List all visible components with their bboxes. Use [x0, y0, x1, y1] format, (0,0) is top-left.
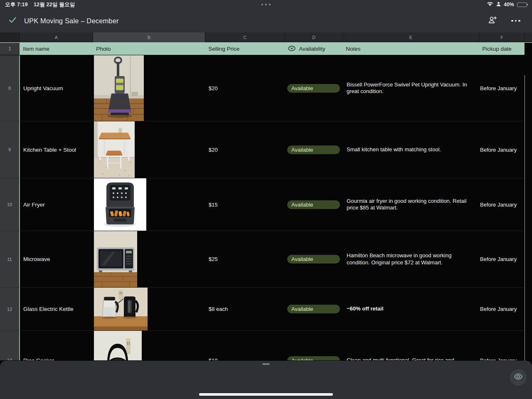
home-indicator[interactable] — [199, 393, 333, 396]
cell-price[interactable]: $20 — [205, 55, 285, 121]
multitask-dots-icon[interactable] — [261, 4, 271, 5]
table-row: 13 Rice Cooker $10 Available Clean and m… — [0, 331, 525, 360]
availability-chip[interactable]: Available — [287, 84, 340, 93]
kitchen-table-stool-photo[interactable] — [94, 121, 135, 178]
availability-chip[interactable]: Available — [287, 200, 340, 209]
header-cell-selling-price[interactable]: Selling Price — [205, 43, 285, 55]
upright-vacuum-image — [94, 55, 144, 121]
availability-chip[interactable]: Available — [287, 356, 340, 361]
rice-cooker-image — [94, 331, 142, 360]
kitchen-table-stool-image — [94, 121, 135, 178]
cell-notes[interactable]: Small kitchen table with matching stool. — [343, 121, 479, 178]
cell-price[interactable]: $25 — [205, 231, 285, 288]
column-header-e[interactable]: E — [343, 32, 479, 42]
row-number[interactable]: 12 — [0, 288, 20, 331]
spreadsheet-grid: A B C D E F 1 Item name Photo Selling Pr… — [0, 32, 532, 361]
row-number[interactable]: 10 — [0, 178, 20, 231]
cell-item-name[interactable]: Glass Electric Kettle — [20, 288, 93, 331]
cell-photo[interactable] — [93, 121, 205, 178]
cell-availability[interactable]: Available — [285, 231, 343, 288]
share-button[interactable] — [486, 15, 499, 27]
cell-pickup[interactable]: Before January — [479, 331, 525, 360]
sheet-right-gridline — [525, 75, 525, 393]
more-menu-icon — [511, 20, 520, 22]
more-menu-button[interactable] — [510, 15, 522, 27]
row-number[interactable]: 8 — [0, 55, 20, 121]
row-number[interactable]: 9 — [0, 121, 20, 178]
sheets-app-screen: 오후 7:19 12월 22일 월요일 40% UPK Moving Sale — [0, 0, 532, 399]
cell-price[interactable]: $10 — [205, 331, 285, 360]
wifi-icon — [487, 2, 493, 8]
cell-notes[interactable]: ~60% off retail — [343, 288, 479, 331]
cell-pickup[interactable]: Before January — [479, 231, 525, 288]
microwave-image — [94, 231, 137, 287]
glass-kettle-photo[interactable] — [94, 288, 148, 330]
availability-chip[interactable]: Available — [287, 255, 340, 264]
header-cell-notes[interactable]: Notes — [342, 43, 479, 55]
bottom-sheet — [0, 361, 532, 399]
cell-availability[interactable]: Available — [285, 288, 343, 331]
cell-price[interactable]: $15 — [205, 178, 285, 231]
cell-photo[interactable] — [93, 231, 205, 288]
table-row: 8 Upright Vacuum $20 Available Bissell P… — [0, 55, 525, 121]
row-number[interactable]: 13 — [0, 331, 20, 360]
row-number[interactable]: 1 — [0, 43, 20, 55]
cell-photo[interactable] — [93, 178, 205, 231]
battery-icon — [517, 2, 527, 7]
cell-notes[interactable]: Bissell PowerForce Swivel Pet Upright Va… — [343, 55, 479, 121]
cell-notes[interactable]: Gourmia air fryer in good working condit… — [343, 178, 479, 231]
cell-item-name[interactable]: Air Fryer — [20, 178, 93, 231]
personal-hotspot-icon — [496, 2, 501, 8]
cell-item-name[interactable]: Upright Vacuum — [20, 55, 93, 121]
upright-vacuum-photo[interactable] — [94, 55, 144, 121]
rice-cooker-photo[interactable] — [94, 331, 142, 360]
column-header-c[interactable]: C — [205, 32, 285, 42]
cell-photo[interactable] — [93, 55, 205, 121]
sheet-rows: 8 Upright Vacuum $20 Available Bissell P… — [0, 55, 532, 360]
document-title[interactable]: UPK Moving Sale – December — [24, 17, 119, 25]
table-row: 12 Glass Electric Kettle $8 each Availab… — [0, 288, 525, 331]
dropdown-chip-icon — [288, 46, 296, 52]
cell-price[interactable]: $20 — [205, 121, 285, 178]
header-cell-pickup-date[interactable]: Pickup date — [479, 43, 525, 55]
microwave-photo[interactable] — [94, 231, 137, 287]
view-only-button[interactable] — [510, 369, 527, 386]
cell-availability[interactable]: Available — [285, 121, 343, 178]
cell-pickup[interactable]: Before January — [479, 55, 525, 121]
cell-notes[interactable]: Hamilton Beach microwave in good working… — [343, 231, 479, 288]
row-number[interactable]: 11 — [0, 231, 20, 288]
column-header-f[interactable]: F — [479, 32, 525, 42]
header-cell-item-name[interactable]: Item name — [20, 43, 93, 55]
availability-chip[interactable]: Available — [287, 305, 340, 313]
status-time: 오후 7:19 — [5, 1, 28, 8]
cell-item-name[interactable]: Kitchen Table + Stool — [20, 121, 93, 178]
grid-corner-cell[interactable] — [0, 32, 20, 42]
glass-kettle-image — [94, 288, 148, 330]
cell-pickup[interactable]: Before January — [479, 121, 525, 178]
cell-pickup[interactable]: Before January — [479, 288, 525, 331]
header-cell-availability[interactable]: Availability — [285, 43, 342, 55]
header-cell-photo[interactable]: Photo — [93, 43, 205, 55]
cell-item-name[interactable]: Microwave — [20, 231, 93, 288]
cell-item-name[interactable]: Rice Cooker — [20, 331, 93, 360]
cell-photo[interactable] — [93, 288, 205, 331]
cell-availability[interactable]: Available — [285, 178, 343, 231]
air-fryer-photo[interactable] — [94, 178, 146, 231]
cell-notes[interactable]: Clean and multi-functional. Great for ri… — [343, 331, 479, 360]
status-date: 12월 22일 월요일 — [34, 1, 75, 8]
cell-availability[interactable]: Available — [285, 331, 343, 360]
cell-availability[interactable]: Available — [285, 55, 343, 121]
app-title-bar: UPK Moving Sale – December — [0, 9, 532, 32]
check-icon — [8, 15, 17, 26]
cell-photo[interactable] — [93, 331, 205, 360]
cell-price[interactable]: $8 each — [205, 288, 285, 331]
eye-icon — [513, 372, 523, 383]
column-header-strip: A B C D E F — [0, 32, 532, 43]
column-header-d[interactable]: D — [285, 32, 343, 42]
drag-handle[interactable] — [262, 363, 270, 365]
column-header-a[interactable]: A — [20, 32, 93, 42]
availability-chip[interactable]: Available — [287, 145, 340, 154]
done-check-button[interactable] — [7, 15, 18, 27]
column-header-b[interactable]: B — [93, 32, 205, 42]
cell-pickup[interactable]: Before January — [479, 178, 525, 231]
